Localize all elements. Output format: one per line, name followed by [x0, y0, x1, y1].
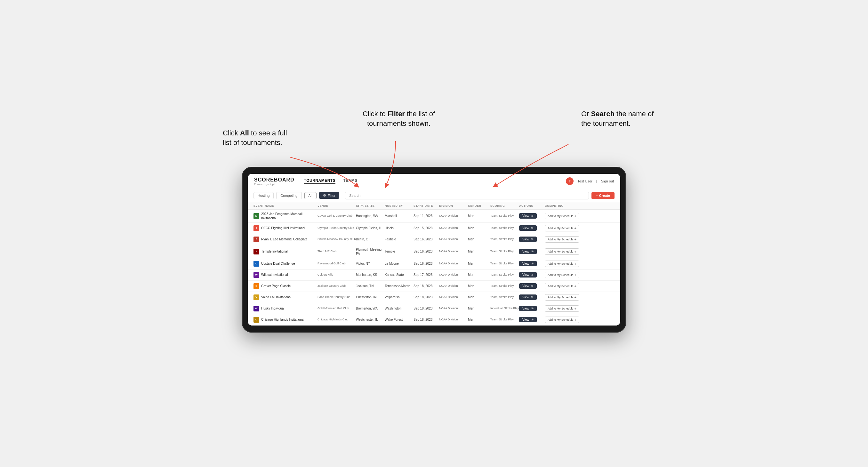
eye-icon: 👁	[531, 238, 533, 241]
plus-icon: +	[575, 295, 577, 299]
main-nav: TOURNAMENTS TEAMS	[304, 178, 566, 184]
actions-cell: View 👁	[519, 237, 545, 242]
event-name-cell: M 2023 Joe Feaganes Marshall Invitationa…	[253, 212, 317, 220]
view-button[interactable]: View 👁	[519, 317, 537, 322]
table-row: W Husky Individual Gold Mountain Golf Cl…	[248, 303, 620, 314]
event-name-text: Grover Page Classic	[261, 284, 290, 288]
view-button[interactable]: View 👁	[519, 249, 537, 254]
hosting-tab[interactable]: Hosting	[253, 192, 274, 199]
plus-icon: +	[575, 238, 577, 241]
hosted-by-cell: Wake Forest	[385, 317, 413, 322]
add-schedule-label: Add to My Schedule	[548, 238, 574, 241]
eye-icon: 👁	[531, 250, 533, 253]
add-to-schedule-button[interactable]: Add to My Schedule +	[545, 260, 579, 267]
add-to-schedule-button[interactable]: Add to My Schedule +	[545, 225, 579, 231]
view-button[interactable]: View 👁	[519, 272, 537, 278]
start-date-cell: Sep 16, 2023	[413, 237, 439, 241]
plus-icon: +	[575, 284, 577, 288]
col-gender: GENDER	[468, 204, 490, 208]
city-state-cell: Huntington, WV	[356, 214, 385, 218]
scoring-cell: Team, Stroke Play	[490, 250, 519, 253]
gender-cell: Men	[468, 261, 490, 266]
event-name-cell: G Grover Page Classic	[253, 283, 317, 289]
venue-cell: Sand Creek Country Club	[317, 295, 356, 299]
view-button[interactable]: View 👁	[519, 237, 537, 242]
add-to-schedule-button[interactable]: Add to My Schedule +	[545, 272, 579, 278]
venue-cell: Ravenwood Golf Club	[317, 262, 356, 266]
hosted-by-cell: Fairfield	[385, 237, 413, 241]
event-name-text: Ryan T. Lee Memorial Collegiate	[261, 237, 307, 241]
add-to-schedule-button[interactable]: Add to My Schedule +	[545, 305, 579, 312]
actions-cell: View 👁	[519, 225, 545, 231]
team-logo: U	[253, 261, 259, 267]
competing-cell: Add to My Schedule +	[545, 272, 580, 278]
plus-icon: +	[575, 318, 577, 322]
col-division: DIVISION	[439, 204, 468, 208]
view-button[interactable]: View 👁	[519, 225, 537, 231]
view-button[interactable]: View 👁	[519, 213, 537, 219]
team-logo: W	[253, 306, 259, 311]
eye-icon: 👁	[531, 307, 533, 310]
venue-cell: Colbert Hills	[317, 273, 356, 277]
table-row: U Upstate Dual Challenge Ravenwood Golf …	[248, 258, 620, 270]
add-schedule-label: Add to My Schedule	[548, 227, 574, 230]
division-cell: NCAA Division I	[439, 318, 468, 322]
filter-button[interactable]: ⚙ Filter	[319, 192, 339, 199]
event-name-text: Upstate Dual Challenge	[261, 261, 295, 266]
create-button[interactable]: + Create	[591, 192, 615, 199]
user-avatar: T	[566, 177, 574, 185]
add-to-schedule-button[interactable]: Add to My Schedule +	[545, 283, 579, 289]
view-button[interactable]: View 👁	[519, 306, 537, 311]
all-tab[interactable]: All	[304, 192, 316, 199]
plus-icon: +	[575, 250, 577, 253]
add-to-schedule-button[interactable]: Add to My Schedule +	[545, 294, 579, 301]
event-name-cell: W Wildcat Invitational	[253, 272, 317, 278]
annotation-search: Or Search the name of the tournament.	[581, 109, 664, 129]
nav-tournaments[interactable]: TOURNAMENTS	[304, 178, 336, 184]
competing-cell: Add to My Schedule +	[545, 305, 580, 312]
city-state-cell: Westchester, IL	[356, 317, 385, 322]
scoring-cell: Team, Stroke Play	[490, 226, 519, 230]
table-row: M 2023 Joe Feaganes Marshall Invitationa…	[248, 210, 620, 223]
table-row: C Chicago Highlands Invitational Chicago…	[248, 314, 620, 325]
view-button[interactable]: View 👁	[519, 283, 537, 289]
gender-cell: Men	[468, 306, 490, 310]
competing-tab[interactable]: Competing	[276, 192, 302, 199]
view-label: View	[522, 318, 529, 321]
view-label: View	[522, 284, 529, 288]
add-to-schedule-button[interactable]: Add to My Schedule +	[545, 248, 579, 255]
event-name-cell: U Upstate Dual Challenge	[253, 261, 317, 267]
create-label: + Create	[596, 194, 610, 197]
city-state-cell: Manhattan, KS	[356, 273, 385, 277]
gender-cell: Men	[468, 249, 490, 253]
start-date-cell: Sep 16, 2023	[413, 261, 439, 266]
event-name-text: Valpo Fall Invitational	[261, 295, 291, 299]
hosted-by-cell: Kansas State	[385, 273, 413, 277]
city-state-cell: Olympia Fields, IL	[356, 226, 385, 230]
signout-link[interactable]: Sign out	[601, 179, 614, 183]
search-input[interactable]	[345, 192, 589, 199]
actions-cell: View 👁	[519, 294, 545, 300]
col-event-name: EVENT NAME	[253, 204, 317, 208]
nav-teams[interactable]: TEAMS	[343, 178, 358, 184]
add-to-schedule-button[interactable]: Add to My Schedule +	[545, 236, 579, 243]
event-name-cell: V Valpo Fall Invitational	[253, 294, 317, 300]
add-to-schedule-button[interactable]: Add to My Schedule +	[545, 317, 579, 323]
team-logo: T	[253, 249, 259, 254]
annotation-filter: Click to Filter the list of tournaments …	[344, 109, 453, 129]
city-state-cell: Victor, NY	[356, 261, 385, 266]
hosted-by-cell: Tennessee-Martin	[385, 284, 413, 288]
venue-cell: Olympia Fields Country Club	[317, 226, 356, 230]
event-name-cell: I OFCC Fighting Illini Invitational	[253, 225, 317, 231]
add-schedule-label: Add to My Schedule	[548, 318, 574, 321]
col-scoring: SCORING	[490, 204, 519, 208]
col-actions: ACTIONS	[519, 204, 545, 208]
view-button[interactable]: View 👁	[519, 261, 537, 266]
add-to-schedule-button[interactable]: Add to My Schedule +	[545, 213, 579, 219]
competing-cell: Add to My Schedule +	[545, 236, 580, 243]
event-name-text: OFCC Fighting Illini Invitational	[261, 226, 305, 230]
eye-icon: 👁	[531, 227, 533, 230]
actions-cell: View 👁	[519, 283, 545, 289]
view-button[interactable]: View 👁	[519, 294, 537, 300]
hosted-by-cell: Marshall	[385, 214, 413, 218]
